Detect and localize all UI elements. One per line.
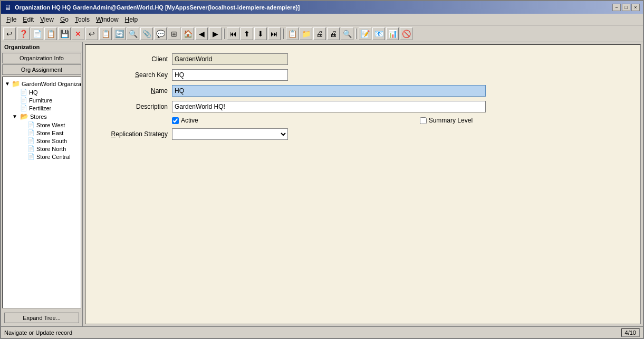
summary-level-checkbox[interactable] [420, 117, 427, 124]
tree-panel[interactable]: ▼ 📁 GardenWorld Organization 📄 HQ 📄 Furn… [2, 77, 81, 308]
tree-item-store-central[interactable]: 📄 Store Central [20, 153, 79, 161]
furniture-doc-icon: 📄 [20, 97, 27, 103]
search-key-input[interactable] [172, 69, 288, 81]
nav-tabs: Organization Organization Info Org Assig… [1, 42, 82, 76]
form-area: Client Search Key Name Descri [85, 45, 640, 153]
root-expand-icon[interactable]: ▼ [5, 81, 10, 87]
title-bar-controls: − □ × [612, 4, 640, 11]
description-row: Description [98, 101, 628, 112]
restore-button[interactable]: □ [622, 4, 630, 11]
refresh-button[interactable]: 🔄 [113, 27, 126, 40]
close-button[interactable]: × [631, 4, 640, 11]
last-button[interactable]: ⏭ [268, 27, 281, 40]
furniture-label: Furniture [29, 97, 52, 103]
left-panel: Organization Organization Info Org Assig… [1, 42, 83, 326]
copy-button[interactable]: 📋 [44, 27, 57, 40]
tree-item-stores[interactable]: ▼ 📂 Stores [12, 112, 79, 121]
menu-go[interactable]: Go [57, 15, 72, 24]
menu-window[interactable]: Window [93, 15, 122, 24]
toolbar-separator-2 [283, 29, 284, 39]
help-button[interactable]: ❓ [17, 27, 30, 40]
hq-label: HQ [29, 89, 38, 96]
menu-help[interactable]: Help [122, 15, 141, 24]
tree-root[interactable]: ▼ 📁 GardenWorld Organization [5, 79, 79, 88]
tab-org-info[interactable]: Organization Info [2, 53, 81, 63]
next-rec-button[interactable]: ⬇ [254, 27, 267, 40]
root-folder-icon: 📁 [12, 80, 20, 88]
chat-button[interactable]: 💬 [154, 27, 167, 40]
quick-entry-button[interactable]: 📝 [359, 27, 371, 40]
checkbox-group: Active Summary Level [172, 117, 473, 124]
next-button[interactable]: ▶ [209, 27, 222, 40]
tree-item-furniture[interactable]: 📄 Furniture [12, 96, 79, 104]
stores-label: Stores [30, 114, 47, 120]
stores-expand-icon[interactable]: ▼ [12, 114, 18, 119]
store-central-label: Store Central [36, 154, 71, 160]
panel-title: Organization [1, 42, 82, 52]
main-window: 🖥 Organization HQ HQ GardenAdmin@GardenW… [0, 0, 644, 339]
mail-button[interactable]: 📧 [372, 27, 385, 40]
print-button[interactable]: 🖨 [313, 27, 326, 40]
store-west-label: Store West [36, 122, 65, 128]
description-input[interactable] [172, 101, 486, 112]
search-key-row: Search Key [98, 69, 628, 81]
tree-item-store-north[interactable]: 📄 Store North [20, 145, 79, 153]
tree-item-store-west[interactable]: 📄 Store West [20, 121, 79, 129]
status-text: Navigate or Update record [4, 329, 72, 336]
parent-button[interactable]: 📁 [300, 27, 312, 40]
active-label: Active [181, 117, 198, 124]
name-input[interactable] [172, 85, 486, 97]
home-button[interactable]: 🏠 [181, 27, 194, 40]
prev-rec-button[interactable]: ⬆ [241, 27, 253, 40]
description-label: Description [98, 103, 172, 110]
client-input[interactable] [172, 53, 288, 65]
fertilizer-label: Fertilizer [29, 105, 51, 111]
stores-folder-icon: 📂 [20, 112, 28, 120]
store-north-icon: 📄 [27, 145, 35, 152]
summary-level-label: Summary Level [429, 117, 473, 124]
status-bar: Navigate or Update record 4/10 [1, 326, 643, 338]
tree-item-fertilizer[interactable]: 📄 Fertilizer [12, 104, 79, 112]
store-east-label: Store East [36, 130, 63, 136]
prev-button[interactable]: ◀ [195, 27, 208, 40]
delete-button[interactable]: ✕ [72, 27, 84, 40]
tree-item-store-east[interactable]: 📄 Store East [20, 129, 79, 137]
attach-button[interactable]: 📎 [140, 27, 153, 40]
grid-button[interactable]: ⊞ [168, 27, 180, 40]
name-row: Name [98, 85, 628, 97]
store-south-label: Store South [36, 138, 67, 144]
tab-org-assignment[interactable]: Org Assignment [2, 64, 81, 75]
undo-button[interactable]: ↩ [85, 27, 98, 40]
tree-item-store-south[interactable]: 📄 Store South [20, 137, 79, 145]
store-east-icon: 📄 [27, 129, 35, 136]
stores-children: 📄 Store West 📄 Store East 📄 Store South [12, 121, 79, 161]
right-panel: Client Search Key Name Descri [85, 44, 641, 324]
print2-button[interactable]: 🖨 [327, 27, 340, 40]
menu-tools[interactable]: Tools [72, 15, 93, 24]
menu-file[interactable]: File [3, 15, 20, 24]
toolbar: ↩ ❓ 📄 📋 💾 ✕ ↩ 📋 🔄 🔍 📎 💬 ⊞ 🏠 ◀ ▶ ⏮ ⬆ ⬇ ⏭ … [1, 25, 643, 42]
toolbar-separator-3 [355, 29, 357, 39]
main-area: Organization Organization Info Org Assig… [1, 42, 643, 326]
active-checkbox[interactable] [172, 117, 179, 124]
stop-button[interactable]: 🚫 [400, 27, 412, 40]
zoom-button[interactable]: 🔍 [341, 27, 353, 40]
window-title: Organization HQ HQ GardenAdmin@GardenWor… [15, 4, 300, 11]
back-button[interactable]: ↩ [3, 27, 16, 40]
active-checkbox-item: Active [172, 117, 198, 124]
save-button[interactable]: 💾 [58, 27, 71, 40]
tree-item-hq[interactable]: 📄 HQ [12, 88, 79, 96]
client-row: Client [98, 53, 628, 65]
copy2-button[interactable]: 📋 [99, 27, 112, 40]
first-button[interactable]: ⏮ [227, 27, 239, 40]
detail-button[interactable]: 📋 [286, 27, 299, 40]
expand-tree-button[interactable]: Expand Tree... [4, 313, 79, 323]
tree-root-children: 📄 HQ 📄 Furniture 📄 Fertilizer ▼ [5, 88, 79, 161]
find-button[interactable]: 🔍 [127, 27, 139, 40]
report-button[interactable]: 📊 [386, 27, 399, 40]
new-button[interactable]: 📄 [31, 27, 43, 40]
menu-edit[interactable]: Edit [20, 15, 37, 24]
replication-strategy-select[interactable] [172, 128, 288, 140]
menu-view[interactable]: View [37, 15, 57, 24]
minimize-button[interactable]: − [612, 4, 621, 11]
